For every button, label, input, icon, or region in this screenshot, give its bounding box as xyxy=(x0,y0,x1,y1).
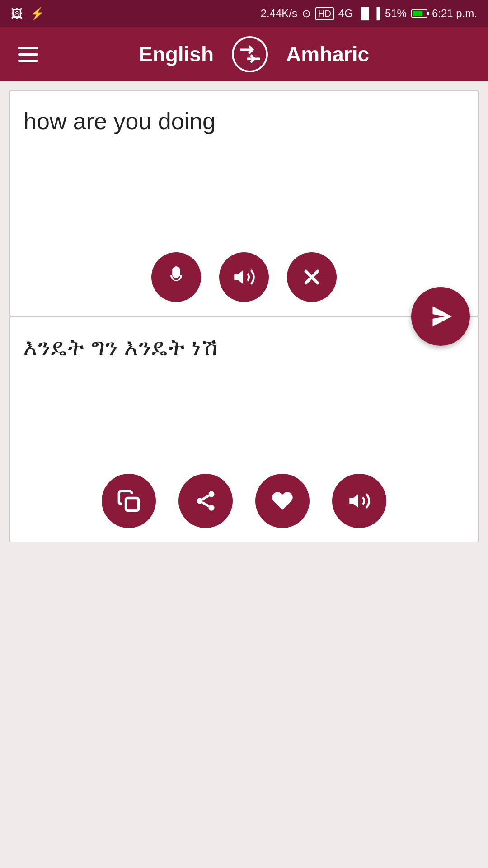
svg-point-8 xyxy=(209,505,215,511)
microphone-button[interactable] xyxy=(151,252,201,302)
share-icon xyxy=(194,489,217,513)
svg-point-6 xyxy=(209,491,215,497)
copy-icon xyxy=(117,489,141,513)
language-selector: English Amharic xyxy=(38,36,470,72)
swap-icon xyxy=(239,43,261,65)
input-text[interactable]: how are you doing xyxy=(23,105,465,239)
source-language-label[interactable]: English xyxy=(139,42,214,66)
svg-rect-0 xyxy=(172,266,180,278)
battery-icon xyxy=(411,9,427,18)
status-bar: 🖼 ⚡ 2.44K/s ⊙ HD 4G ▐▌▐ 51% 6:21 p.m. xyxy=(0,0,488,27)
share-button[interactable] xyxy=(178,474,233,528)
copy-button[interactable] xyxy=(102,474,156,528)
translate-button[interactable] xyxy=(411,287,470,346)
status-bar-left: 🖼 ⚡ xyxy=(11,7,44,21)
target-language-label[interactable]: Amharic xyxy=(286,42,369,66)
output-panel: እንዴት ግን እንዴት ነሽ xyxy=(9,316,479,542)
menu-button[interactable] xyxy=(18,47,38,62)
heart-icon xyxy=(271,489,294,513)
toolbar: English Amharic xyxy=(0,27,488,81)
speak-input-button[interactable] xyxy=(219,252,269,302)
main-content: how are you doing xyxy=(0,81,488,868)
svg-line-9 xyxy=(202,502,209,506)
clear-button[interactable] xyxy=(287,252,337,302)
wifi-icon: ⊙ xyxy=(302,7,311,20)
input-panel: how are you doing xyxy=(9,90,479,316)
output-text: እንዴት ግን እንዴት ነሽ xyxy=(23,331,465,460)
speaker-icon xyxy=(232,265,256,289)
speaker-output-icon xyxy=(347,489,371,513)
usb-icon: ⚡ xyxy=(30,7,44,21)
microphone-icon xyxy=(164,265,188,289)
status-bar-right: 2.44K/s ⊙ HD 4G ▐▌▐ 51% 6:21 p.m. xyxy=(261,7,477,20)
battery-percent: 51% xyxy=(385,7,407,20)
svg-marker-1 xyxy=(234,270,243,284)
input-controls xyxy=(23,239,465,302)
signal-icon: ▐▌▐ xyxy=(357,7,380,20)
output-controls xyxy=(23,460,465,528)
favorite-button[interactable] xyxy=(255,474,310,528)
send-icon xyxy=(427,303,454,330)
image-icon: 🖼 xyxy=(11,7,23,21)
speak-output-button[interactable] xyxy=(332,474,386,528)
svg-line-10 xyxy=(202,495,209,500)
network-type: 4G xyxy=(338,7,353,20)
svg-point-7 xyxy=(197,498,203,504)
network-speed: 2.44K/s xyxy=(261,7,297,20)
svg-marker-4 xyxy=(433,307,452,327)
close-icon xyxy=(300,265,324,289)
svg-rect-5 xyxy=(126,498,139,511)
hd-icon: HD xyxy=(315,7,334,20)
time-display: 6:21 p.m. xyxy=(432,7,477,20)
svg-marker-11 xyxy=(349,494,358,508)
swap-languages-button[interactable] xyxy=(232,36,268,72)
